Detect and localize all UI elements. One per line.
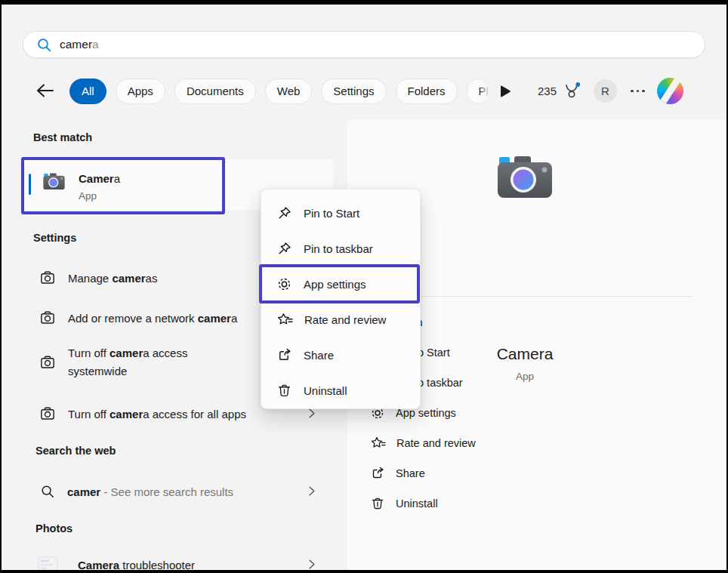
copilot-icon[interactable] [657, 78, 683, 104]
settings-result-network-camera[interactable]: Add or remove a network camera [39, 303, 237, 333]
action-rate-review[interactable]: Rate and review [370, 428, 476, 458]
pin-icon [276, 241, 292, 257]
tab-documents[interactable]: Documents [174, 79, 256, 104]
action-share[interactable]: Share [370, 458, 425, 488]
trash-icon [370, 496, 385, 511]
tab-all[interactable]: All [69, 79, 106, 104]
windows-search-flyout: camera All Apps Documents Web Settings F… [0, 0, 728, 573]
menu-pin-to-start[interactable]: Pin to Start [261, 196, 420, 231]
photos-section-header: Photos [35, 522, 72, 534]
camera-outline-icon [39, 405, 56, 422]
pin-icon [276, 205, 292, 221]
camera-outline-icon [39, 310, 56, 326]
tabs-scroll-right-icon[interactable] [498, 84, 512, 99]
settings-result-camera-access-all-apps[interactable]: Turn off camera access for all apps [39, 399, 246, 429]
topbar-right-cluster: 235 R [538, 78, 683, 104]
tab-photos-clipped[interactable]: Ph [467, 79, 489, 104]
tab-web[interactable]: Web [265, 79, 313, 104]
settings-section-header: Settings [33, 232, 76, 244]
rate-star-icon [370, 436, 386, 451]
tab-settings[interactable]: Settings [321, 79, 386, 104]
action-uninstall[interactable]: Uninstall [370, 488, 438, 519]
more-options-icon[interactable] [631, 90, 645, 93]
menu-uninstall[interactable]: Uninstall [261, 373, 420, 408]
search-input[interactable]: camera [23, 31, 705, 58]
tab-folders[interactable]: Folders [396, 79, 458, 104]
back-button[interactable] [35, 82, 55, 100]
search-icon [40, 484, 55, 499]
window-frame-top [0, 0, 728, 5]
window-frame-left [0, 0, 2, 573]
settings-result-camera-access-systemwide[interactable]: Turn off camera access systemwide [39, 341, 205, 384]
share-icon [370, 466, 385, 481]
search-suggestion: a [92, 38, 99, 51]
annotation-box-app-settings [259, 264, 420, 303]
user-avatar[interactable]: R [594, 79, 617, 103]
chevron-right-icon [305, 485, 318, 498]
menu-pin-to-taskbar[interactable]: Pin to taskbar [261, 231, 420, 266]
menu-share[interactable]: Share [261, 337, 420, 373]
trash-icon [276, 383, 292, 399]
tab-apps[interactable]: Apps [116, 79, 165, 104]
settings-result-manage-cameras[interactable]: Manage cameras [39, 263, 157, 293]
search-query: camera [60, 38, 99, 51]
best-match-header: Best match [33, 131, 92, 143]
menu-rate-review[interactable]: Rate and review [261, 302, 420, 337]
annotation-box-best-match [21, 157, 225, 214]
camera-outline-icon [39, 354, 56, 371]
rewards-icon[interactable] [563, 82, 581, 101]
web-section-header: Search the web [35, 445, 116, 457]
share-icon [276, 347, 292, 363]
web-search-result[interactable]: camer - See more search results [40, 476, 233, 507]
camera-app-icon-large [493, 152, 557, 202]
camera-outline-icon [39, 270, 56, 286]
filter-tabs: All Apps Documents Web Settings Folders … [60, 78, 512, 104]
search-icon [36, 37, 52, 53]
chevron-right-icon [305, 558, 318, 571]
rate-star-icon [276, 312, 293, 328]
rewards-points[interactable]: 235 [538, 85, 557, 97]
window-frame-bottom [0, 570, 728, 573]
